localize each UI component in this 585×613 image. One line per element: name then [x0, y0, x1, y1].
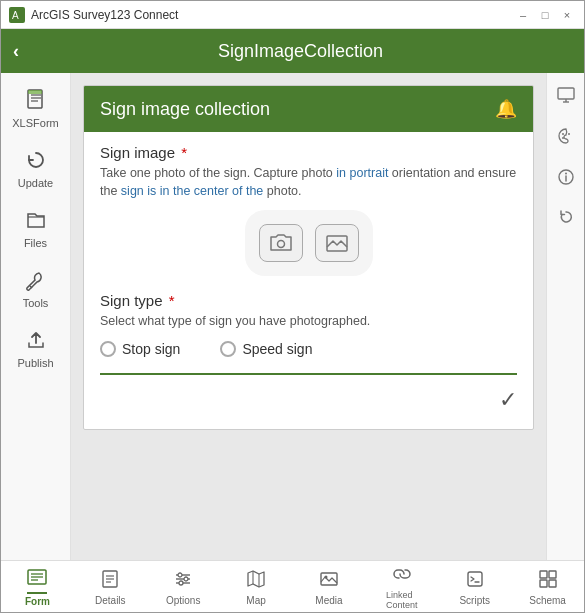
back-button[interactable]: ‹	[13, 41, 19, 62]
svg-point-30	[178, 573, 182, 577]
xlsform-icon	[25, 89, 47, 114]
sidebar-update-label: Update	[18, 177, 53, 189]
hint-highlight-2: sign is in the center of the	[121, 184, 263, 198]
sidebar-item-tools[interactable]: Tools	[1, 261, 70, 317]
radio-label-speed: Speed sign	[242, 341, 312, 357]
schema-tab-icon	[539, 570, 557, 593]
svg-point-13	[562, 133, 564, 135]
radio-label-stop: Stop sign	[122, 341, 180, 357]
radio-stop-sign[interactable]: Stop sign	[100, 341, 180, 357]
tab-schema-label: Schema	[529, 595, 566, 606]
svg-rect-42	[540, 580, 547, 587]
sidebar-item-publish[interactable]: Publish	[1, 321, 70, 377]
tab-options-label: Options	[166, 595, 200, 606]
sidebar-item-xlsform[interactable]: XLSForm	[1, 81, 70, 137]
sidebar-publish-label: Publish	[17, 357, 53, 369]
tab-linked-content[interactable]: LinkedContent	[377, 561, 427, 613]
map-tab-icon	[247, 570, 265, 593]
palette-icon[interactable]	[551, 121, 581, 155]
window-controls[interactable]: – □ ×	[514, 6, 576, 24]
svg-point-31	[184, 577, 188, 581]
sign-image-hint: Take one photo of the sign. Capture phot…	[100, 165, 517, 200]
tab-details-label: Details	[95, 595, 126, 606]
minimize-button[interactable]: –	[514, 6, 532, 24]
tab-form-label: Form	[25, 596, 50, 607]
form-card-body: Sign image * Take one photo of the sign.…	[84, 132, 533, 429]
svg-point-8	[277, 241, 284, 248]
sidebar-xlsform-label: XLSForm	[12, 117, 58, 129]
tab-map-label: Map	[246, 595, 265, 606]
svg-point-18	[565, 173, 567, 175]
photo-input-area[interactable]	[245, 210, 373, 276]
tab-schema[interactable]: Schema	[523, 566, 573, 610]
title-bar: A ArcGIS Survey123 Connect – □ ×	[1, 1, 584, 29]
form-card-header: Sign image collection 🔔	[84, 86, 533, 132]
main-layout: XLSForm Update Files	[1, 73, 584, 560]
monitor-icon[interactable]	[551, 81, 581, 113]
content-area: Sign image collection 🔔 Sign image * Tak…	[71, 73, 546, 560]
tab-map[interactable]: Map	[231, 566, 281, 610]
tab-linked-label: LinkedContent	[386, 590, 418, 610]
details-tab-icon	[101, 570, 119, 593]
sidebar-files-label: Files	[24, 237, 47, 249]
svg-rect-43	[549, 580, 556, 587]
form-tab-icon	[27, 569, 47, 594]
svg-point-15	[562, 137, 564, 139]
gallery-button[interactable]	[315, 224, 359, 262]
radio-circle-stop[interactable]	[100, 341, 116, 357]
tab-form[interactable]: Form	[12, 565, 62, 611]
radio-group-sign-type: Stop sign Speed sign	[100, 341, 517, 357]
tab-media[interactable]: Media	[304, 566, 354, 610]
app-icon: A	[9, 7, 25, 23]
tab-scripts[interactable]: Scripts	[450, 566, 500, 610]
scripts-tab-icon	[466, 570, 484, 593]
radio-speed-sign[interactable]: Speed sign	[220, 341, 312, 357]
tab-options[interactable]: Options	[158, 566, 208, 610]
question-sign-image: Sign image * Take one photo of the sign.…	[100, 144, 517, 276]
sign-type-hint: Select what type of sign you have photog…	[100, 313, 517, 331]
app-header: ‹ SignImageCollection	[1, 29, 584, 73]
title-bar-left: A ArcGIS Survey123 Connect	[9, 7, 178, 23]
maximize-button[interactable]: □	[536, 6, 554, 24]
svg-rect-41	[549, 571, 556, 578]
form-footer: ✓	[100, 383, 517, 417]
sidebar-tools-label: Tools	[23, 297, 49, 309]
tools-icon	[25, 269, 47, 294]
svg-point-14	[568, 133, 570, 135]
close-button[interactable]: ×	[558, 6, 576, 24]
files-icon	[25, 209, 47, 234]
svg-text:A: A	[12, 10, 19, 21]
svg-rect-6	[28, 90, 42, 94]
media-tab-icon	[320, 570, 338, 593]
svg-rect-10	[558, 88, 574, 99]
sidebar-item-update[interactable]: Update	[1, 141, 70, 197]
svg-rect-38	[468, 572, 482, 586]
tab-bar: Form Details Options	[1, 560, 584, 613]
svg-marker-33	[248, 571, 264, 587]
svg-rect-40	[540, 571, 547, 578]
checkmark-icon[interactable]: ✓	[499, 387, 517, 413]
sidebar-item-files[interactable]: Files	[1, 201, 70, 257]
tab-details[interactable]: Details	[85, 566, 135, 610]
sign-type-label: Sign type *	[100, 292, 517, 309]
svg-point-37	[324, 575, 327, 578]
publish-icon	[25, 329, 47, 354]
camera-button[interactable]	[259, 224, 303, 262]
options-tab-icon	[174, 570, 192, 593]
hint-highlight-1: in portrait	[336, 166, 388, 180]
sign-image-label: Sign image *	[100, 144, 517, 161]
app-title: SignImageCollection	[29, 41, 572, 62]
update-icon	[25, 149, 47, 174]
question-sign-type: Sign type * Select what type of sign you…	[100, 292, 517, 357]
tab-media-label: Media	[315, 595, 342, 606]
left-sidebar: XLSForm Update Files	[1, 73, 71, 560]
right-sidebar	[546, 73, 584, 560]
info-icon[interactable]	[552, 163, 580, 195]
app-name: ArcGIS Survey123 Connect	[31, 8, 178, 22]
linked-content-tab-icon	[393, 565, 411, 588]
required-star-2: *	[165, 292, 175, 309]
radio-circle-speed[interactable]	[220, 341, 236, 357]
refresh-icon[interactable]	[552, 203, 580, 235]
svg-point-32	[179, 581, 183, 585]
required-star-1: *	[177, 144, 187, 161]
